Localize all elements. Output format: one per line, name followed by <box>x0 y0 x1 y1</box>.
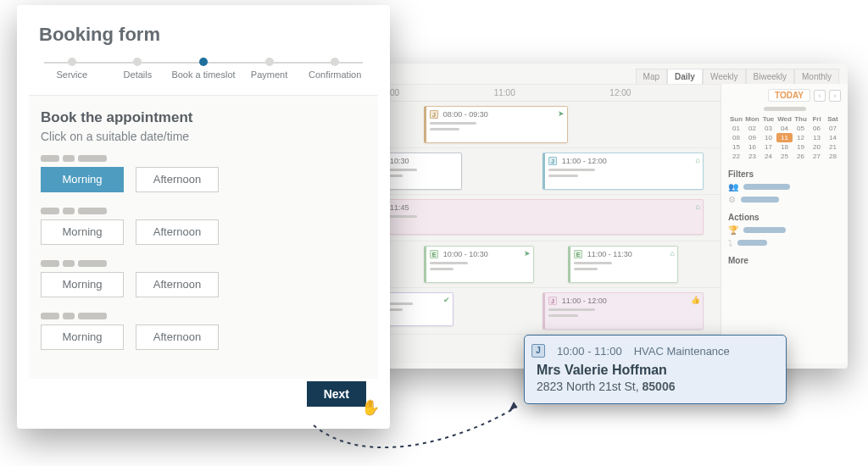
today-button[interactable]: TODAY <box>768 89 810 102</box>
event-badge: J <box>548 157 557 165</box>
step-confirmation[interactable]: Confirmation <box>302 69 368 80</box>
tab-monthly[interactable]: Monthly <box>794 69 839 84</box>
tooltip-address: 2823 North 21st St, 85006 <box>537 380 774 393</box>
event-badge: E <box>430 250 438 258</box>
step-details[interactable]: Details <box>105 69 171 80</box>
event-card[interactable]: J 11:00 - 12:00 ⌂ <box>542 153 704 190</box>
tab-biweekly[interactable]: Biweekly <box>746 69 794 84</box>
wizard-steps: Service Details Book a timeslot Payment … <box>39 58 368 80</box>
slot-morning[interactable]: Morning <box>41 272 124 297</box>
filters-heading: Filters <box>728 169 841 179</box>
tab-daily[interactable]: Daily <box>667 69 703 84</box>
event-time: 11:00 - 11:30 <box>587 250 632 258</box>
event-time: 11:00 - 12:00 <box>562 297 607 305</box>
action-icon: 🏆 <box>728 225 738 235</box>
event-card[interactable]: J 11:00 - 12:00 👍 <box>542 292 704 330</box>
tooltip-badge: J <box>531 344 545 358</box>
event-time: 08:00 - 09:30 <box>443 110 488 119</box>
prev-button[interactable]: ‹ <box>814 90 826 102</box>
step-payment[interactable]: Payment <box>236 69 303 80</box>
slot-morning[interactable]: Morning <box>41 219 124 245</box>
tooltip-customer-name: Mrs Valerie Hoffman <box>537 363 774 378</box>
slot-afternoon[interactable]: Afternoon <box>136 272 219 297</box>
calendar-panel: Map Daily Weekly Biweekly Monthly 10:00 … <box>373 64 848 369</box>
calendar-sidebar: TODAY ‹ › SunMonTueWedThuFriSat 01020304… <box>721 84 848 363</box>
section-hint: Click on a suitable date/time <box>41 130 366 143</box>
filter-icon: 👥 <box>728 182 738 191</box>
tooltip-title: HVAC Maintenance <box>634 345 730 358</box>
location-icon: ➤ <box>524 249 531 258</box>
more-heading: More <box>728 256 841 265</box>
tab-weekly[interactable]: Weekly <box>703 69 746 84</box>
event-tooltip: J 10:00 - 11:00 HVAC Maintenance Mrs Val… <box>524 335 787 404</box>
schedule-grid: 10:00 11:00 12:00 J 08:00 - 09:30 ➤ 0 - … <box>373 84 721 363</box>
home-icon: ⌂ <box>696 202 700 211</box>
next-button[interactable]: › <box>829 90 841 102</box>
step-timeslot[interactable]: Book a timeslot <box>170 69 236 80</box>
event-card[interactable]: J 08:00 - 09:30 ➤ <box>424 106 568 143</box>
step-service[interactable]: Service <box>39 69 105 80</box>
home-icon: ⌂ <box>696 156 700 164</box>
hour-col: 11:00 <box>489 85 605 101</box>
actions-heading: Actions <box>728 213 841 222</box>
calendar-tabs-row: Map Daily Weekly Biweekly Monthly <box>373 64 848 84</box>
hour-col: 10:00 <box>373 85 489 101</box>
event-card[interactable]: E 10:00 - 10:30 ➤ <box>424 246 534 283</box>
booking-title: Booking form <box>39 24 368 46</box>
slot-morning[interactable]: Morning <box>41 325 124 350</box>
action-icon: ⤵ <box>728 238 732 247</box>
mini-calendar[interactable]: SunMonTueWedThuFriSat 01020304050607 080… <box>728 107 841 161</box>
section-title: Book the appointment <box>41 109 366 126</box>
tab-map[interactable]: Map <box>636 69 667 84</box>
slot-afternoon[interactable]: Afternoon <box>136 219 219 245</box>
hour-col: 12:00 <box>604 85 721 101</box>
home-icon: ⌂ <box>670 249 675 258</box>
tooltip-time: 10:00 - 11:00 <box>557 345 622 358</box>
event-time: 10:00 - 10:30 <box>443 250 488 258</box>
event-badge: E <box>574 250 582 258</box>
event-card[interactable]: E 11:00 - 11:30 ⌂ <box>568 246 678 283</box>
check-icon: ✔ <box>443 296 450 304</box>
slot-afternoon[interactable]: Afternoon <box>136 167 219 192</box>
slot-morning[interactable]: Morning <box>41 167 124 192</box>
location-icon: ➤ <box>558 109 565 118</box>
event-time: 11:00 - 12:00 <box>562 157 607 165</box>
event-badge: J <box>430 110 438 119</box>
svg-marker-0 <box>509 402 517 412</box>
event-badge: J <box>548 297 557 305</box>
booking-form: Booking form Service Details Book a time… <box>17 5 390 429</box>
slot-afternoon[interactable]: Afternoon <box>136 325 219 350</box>
filter-icon: ⚙ <box>728 195 736 204</box>
event-card[interactable]: 0 - 11:45 ⌂ <box>373 199 704 235</box>
next-button[interactable]: Next <box>307 381 366 407</box>
thumb-icon: 👍 <box>691 296 700 304</box>
